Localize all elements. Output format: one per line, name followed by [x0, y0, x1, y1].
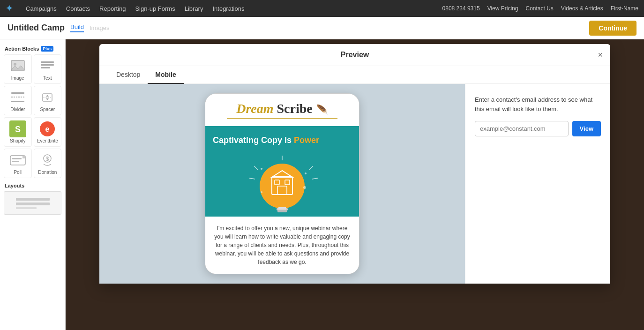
plus-badge: Plus: [41, 46, 53, 52]
svg-line-37: [312, 178, 318, 179]
eventbrite-icon: e: [39, 120, 56, 137]
email-preview-content: Dream Scribe 🪶 Captivating Copy is Power: [205, 94, 359, 274]
email-banner-section: Captivating Copy is Power: [205, 126, 359, 217]
svg-text:S: S: [15, 125, 21, 134]
sidebar-item-eventbrite[interactable]: e Eventbrite: [34, 117, 62, 147]
modal-title: Preview: [341, 51, 369, 59]
sidebar-item-text[interactable]: Text: [34, 54, 62, 84]
sidebar-item-shopify[interactable]: S Shopify: [4, 117, 32, 147]
nav-library[interactable]: Library: [185, 5, 203, 12]
tab-desktop[interactable]: Desktop: [109, 66, 148, 84]
svg-rect-3: [41, 64, 54, 66]
svg-rect-5: [11, 92, 24, 94]
svg-line-34: [254, 166, 258, 170]
phone-frame: Dream Scribe 🪶 Captivating Copy is Power: [205, 93, 359, 274]
svg-rect-22: [16, 198, 50, 201]
second-bar-actions: Continue: [589, 21, 637, 36]
top-navigation: ✦ Campaigns Contacts Reporting Sign-up F…: [0, 0, 644, 17]
nav-contacts[interactable]: Contacts: [66, 5, 90, 12]
svg-line-35: [249, 178, 255, 179]
action-blocks-section: Action Blocks Plus: [0, 43, 65, 52]
svg-rect-18: [12, 161, 19, 162]
sidebar-item-donation[interactable]: $ Donation: [34, 149, 62, 178]
svg-rect-32: [277, 210, 287, 212]
email-body-text: I'm excited to offer you a new, unique w…: [213, 224, 352, 266]
layout-thumb-1[interactable]: [4, 191, 61, 215]
email-body-section: I'm excited to offer you a new, unique w…: [205, 217, 359, 274]
logo-divider: [227, 118, 338, 119]
svg-rect-19: [22, 156, 25, 158]
svg-text:e: e: [45, 125, 50, 133]
contact-us-link[interactable]: Contact Us: [525, 5, 553, 12]
logo-icon[interactable]: ✦: [6, 3, 13, 14]
dream-scribe-logo: Dream Scribe 🪶: [213, 101, 352, 116]
spacer-icon: [39, 89, 56, 106]
modal-close-button[interactable]: ×: [598, 51, 603, 59]
nav-campaigns[interactable]: Campaigns: [26, 5, 57, 12]
svg-rect-2: [41, 61, 54, 63]
svg-point-42: [261, 191, 262, 193]
lightbulb-illustration: [213, 151, 352, 217]
campaign-bar: Untitled Camp Build Images Continue: [0, 17, 644, 39]
sidebar-item-poll[interactable]: Poll: [4, 149, 32, 178]
phone-number: 0808 234 9315: [442, 5, 480, 12]
banner-title: Captivating Copy is Power: [213, 135, 352, 145]
donation-icon: $: [39, 152, 56, 169]
modal-header: Preview ×: [99, 44, 610, 66]
nav-reporting[interactable]: Reporting: [99, 5, 126, 12]
continue-button[interactable]: Continue: [589, 21, 637, 36]
user-menu[interactable]: First-Name: [611, 5, 638, 12]
main-content-area: Preview × Desktop Mobile: [66, 39, 644, 330]
svg-rect-24: [16, 207, 37, 209]
email-input-row: View: [475, 121, 601, 136]
svg-marker-11: [46, 98, 49, 100]
svg-marker-10: [46, 95, 49, 97]
campaign-title: Untitled Camp: [7, 23, 65, 33]
logo-dream-text: Dream: [236, 101, 273, 116]
svg-point-39: [261, 168, 262, 170]
nav-integrations[interactable]: Integrations: [212, 5, 244, 12]
contact-email-input[interactable]: [475, 121, 569, 136]
svg-rect-23: [16, 202, 50, 205]
nav-signup-forms[interactable]: Sign-up Forms: [135, 5, 175, 12]
svg-point-1: [14, 63, 16, 66]
preview-area: Dream Scribe 🪶 Captivating Copy is Power: [99, 84, 465, 284]
action-blocks-grid: Image Text Divider Spacer S: [0, 52, 65, 180]
poll-icon: [9, 152, 26, 169]
modal-overlay: Preview × Desktop Mobile: [66, 39, 644, 330]
image-icon: [9, 58, 26, 75]
preview-modal: Preview × Desktop Mobile: [99, 44, 610, 284]
side-panel-description: Enter a contact's email address to see w…: [475, 95, 601, 113]
nav-right-section: 0808 234 9315 View Pricing Contact Us Vi…: [442, 5, 638, 12]
feather-icon: 🪶: [316, 105, 328, 115]
banner-highlight: Power: [294, 135, 319, 145]
modal-body: Dream Scribe 🪶 Captivating Copy is Power: [99, 84, 610, 284]
shopify-icon: S: [9, 120, 26, 137]
svg-line-36: [309, 166, 313, 170]
tab-images[interactable]: Images: [90, 24, 110, 31]
modal-tab-bar: Desktop Mobile: [99, 66, 610, 84]
svg-text:$: $: [46, 156, 49, 162]
side-panel: Enter a contact's email address to see w…: [465, 84, 610, 284]
view-button[interactable]: View: [572, 121, 601, 136]
videos-articles-link[interactable]: Videos & Articles: [561, 5, 603, 12]
svg-rect-17: [12, 158, 22, 159]
sidebar-item-divider[interactable]: Divider: [4, 86, 32, 115]
text-icon: [39, 58, 56, 75]
svg-rect-33: [278, 207, 286, 210]
left-sidebar: Action Blocks Plus Image Text Divider: [0, 39, 66, 330]
tab-mobile[interactable]: Mobile: [148, 66, 183, 84]
email-logo-section: Dream Scribe 🪶: [205, 94, 359, 126]
tab-build[interactable]: Build: [70, 23, 84, 32]
svg-rect-7: [11, 101, 24, 102]
logo-scribe-text: Scribe: [274, 101, 313, 116]
divider-icon: [9, 89, 26, 106]
view-pricing-link[interactable]: View Pricing: [487, 5, 518, 12]
layouts-grid: [0, 189, 65, 218]
svg-rect-4: [41, 67, 50, 68]
sidebar-item-spacer[interactable]: Spacer: [34, 86, 62, 115]
sidebar-item-image[interactable]: Image: [4, 54, 32, 84]
svg-point-41: [305, 172, 307, 174]
svg-point-40: [303, 186, 306, 189]
layouts-section: Layouts: [0, 180, 65, 189]
